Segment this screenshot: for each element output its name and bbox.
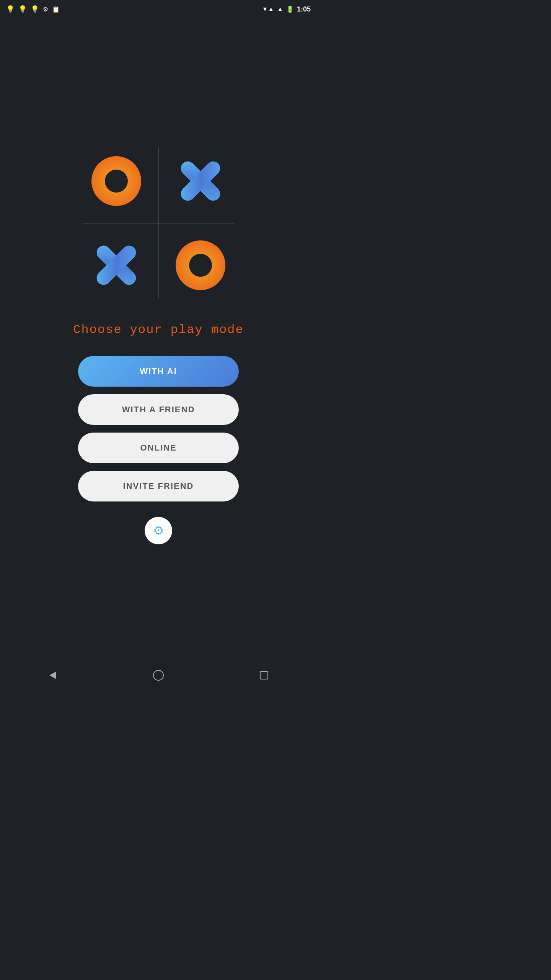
home-button[interactable] <box>148 665 169 686</box>
wifi-icon: ▼▲ <box>262 6 274 13</box>
board-cell-top-right <box>158 139 243 223</box>
svg-rect-2 <box>94 243 139 287</box>
status-bar-right: ▼▲ ▲ 🔋 1:05 <box>262 5 311 13</box>
piece-o-2 <box>176 240 225 290</box>
piece-x-2 <box>91 240 141 290</box>
battery-icon: 🔋 <box>286 6 294 13</box>
status-bar: 💡 💡 💡 ⚙ 📋 ▼▲ ▲ 🔋 1:05 <box>0 0 317 18</box>
back-icon <box>49 671 56 679</box>
invite-friend-button[interactable]: INVITE FRIEND <box>78 471 239 501</box>
with-ai-button[interactable]: WITH AI <box>78 356 239 387</box>
home-icon <box>153 670 164 681</box>
gear-icon: ⚙ <box>153 523 164 538</box>
clipboard-icon: 📋 <box>52 6 60 13</box>
play-mode-heading: Choose your play mode <box>73 323 243 337</box>
recents-icon <box>260 671 268 679</box>
time-display: 1:05 <box>297 5 311 13</box>
lightbulb-icon-2: 💡 <box>18 5 27 13</box>
buttons-container: WITH AI WITH A FRIEND ONLINE INVITE FRIE… <box>78 356 239 501</box>
piece-x-1 <box>176 156 225 206</box>
piece-o-1 <box>91 156 141 206</box>
settings-button[interactable]: ⚙ <box>145 517 172 544</box>
lightbulb-icon-3: 💡 <box>31 5 39 13</box>
lightbulb-icon-1: 💡 <box>6 5 15 13</box>
with-friend-button[interactable]: WITH A FRIEND <box>78 394 239 425</box>
navigation-bar <box>0 665 317 686</box>
recents-button[interactable] <box>253 665 275 686</box>
board-cell-bottom-left <box>74 223 158 307</box>
main-content: Choose your play mode WITH AI WITH A FRI… <box>0 18 317 665</box>
settings-icon: ⚙ <box>43 6 48 13</box>
x-svg-1 <box>176 156 225 206</box>
board-grid <box>74 139 243 307</box>
svg-rect-3 <box>94 243 139 287</box>
board-cell-top-left <box>74 139 158 223</box>
svg-rect-1 <box>178 158 223 203</box>
online-button[interactable]: ONLINE <box>78 433 239 463</box>
status-bar-left: 💡 💡 💡 ⚙ 📋 <box>6 5 60 13</box>
x-svg-2 <box>91 240 141 290</box>
signal-icon: ▲ <box>277 6 283 13</box>
svg-rect-0 <box>178 158 223 203</box>
back-button[interactable] <box>42 665 64 686</box>
game-board <box>74 139 243 307</box>
board-cell-bottom-right <box>158 223 243 307</box>
